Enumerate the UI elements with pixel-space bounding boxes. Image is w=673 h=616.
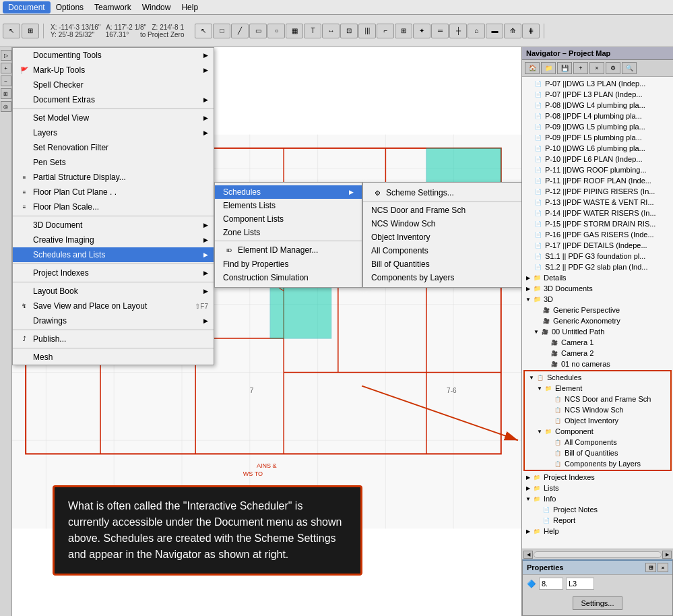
submenu-zone-lists[interactable]: Zone Lists — [215, 226, 362, 239]
menu-item-spell-checker[interactable]: Spell Checker — [13, 78, 214, 92]
left-tool-2[interactable]: + — [1, 63, 11, 73]
scheme-object-inventory[interactable]: Object Inventory — [363, 230, 521, 244]
menu-document[interactable]: Document — [3, 1, 51, 13]
prop-value-field[interactable] — [539, 578, 563, 590]
tool-column[interactable]: ┼ — [449, 24, 467, 38]
nav-p16[interactable]: 📄 P-16 ||PDF GAS RISERS (Inde... — [522, 229, 673, 240]
nav-project-notes[interactable]: 📄 Project Notes — [522, 504, 673, 515]
menu-teamwork[interactable]: Teamwork — [89, 1, 137, 13]
nav-p08b[interactable]: 📄 P-08 ||PDF L4 plumbing pla... — [522, 111, 673, 121]
nav-info[interactable]: ▼ 📁 Info — [522, 493, 673, 504]
scheme-components-layers[interactable]: Components by Layers — [363, 271, 521, 284]
prop-btn-close[interactable]: × — [658, 563, 668, 572]
tool-wall[interactable]: ||| — [358, 24, 376, 38]
nav-p09a[interactable]: 📄 P-09 ||DWG L5 plumbing pla... — [522, 121, 673, 132]
proj-idx-expand[interactable]: ▶ — [525, 474, 532, 481]
settings-button[interactable]: Settings... — [573, 596, 623, 610]
nav-p17[interactable]: 📄 P-17 ||PDF DETAILS (Indepe... — [522, 240, 673, 251]
nav-new-btn[interactable]: + — [573, 62, 588, 74]
nav-p07a[interactable]: 📄 P-07 ||DWG L3 PLAN (Indep... — [522, 78, 673, 89]
menu-item-drawings[interactable]: Drawings ▶ — [13, 313, 214, 328]
menu-item-schedules-lists[interactable]: Schedules and Lists ▶ — [13, 247, 214, 262]
nav-generic-perspective[interactable]: 🎥 Generic Perspective — [522, 305, 673, 315]
submenu-element-id[interactable]: ID Element ID Manager... — [215, 243, 362, 257]
untitled-expand[interactable]: ▼ — [533, 328, 540, 335]
nav-schedules[interactable]: ▼ 📋 Schedules — [525, 372, 670, 383]
menu-item-set-model-view[interactable]: Set Model View ▶ — [13, 111, 214, 125]
details-expand[interactable]: ▶ — [525, 274, 532, 281]
menu-item-mesh[interactable]: Mesh — [13, 350, 214, 365]
submenu-elements-lists[interactable]: Elements Lists — [215, 199, 362, 212]
nav-3d[interactable]: ▼ 📁 3D — [522, 294, 673, 305]
info-expand[interactable]: ▼ — [525, 495, 532, 502]
toolbar-btn-2[interactable]: ⊞ — [22, 24, 39, 38]
nav-p11b[interactable]: 📄 P-11 ||PDF ROOF PLAN (Inde... — [522, 175, 673, 186]
menu-window[interactable]: Window — [137, 1, 177, 13]
lists-expand[interactable]: ▶ — [525, 485, 532, 491]
tool-line[interactable]: ╱ — [231, 24, 249, 38]
left-tool-1[interactable]: ▷ — [1, 50, 11, 61]
nav-component-folder[interactable]: ▼ 📁 Component — [525, 426, 670, 437]
menu-item-layers[interactable]: Layers ▶ — [13, 125, 214, 140]
tool-arrow[interactable]: ↖ — [195, 24, 212, 38]
nav-components-by-layers[interactable]: 📋 Components by Layers — [525, 458, 670, 469]
scheme-settings-item[interactable]: ⚙ Scheme Settings... — [363, 185, 521, 200]
nav-save-btn[interactable]: 💾 — [557, 62, 572, 74]
tool-circle[interactable]: ○ — [267, 24, 285, 38]
tool-slab[interactable]: ▬ — [486, 24, 503, 38]
tool-select[interactable]: □ — [213, 24, 230, 38]
nav-details[interactable]: ▶ 📁 Details — [522, 272, 673, 283]
menu-item-project-indexes[interactable]: Project Indexes ▶ — [13, 266, 214, 280]
menu-help[interactable]: Help — [176, 1, 203, 13]
submenu-component-lists[interactable]: Component Lists — [215, 212, 362, 226]
scroll-left-btn[interactable]: ◀ — [523, 551, 533, 559]
nav-p15[interactable]: 📄 P-15 ||PDF STORM DRAIN RIS... — [522, 218, 673, 229]
nav-delete-btn[interactable]: × — [589, 62, 604, 74]
nav-3ddocs[interactable]: ▶ 📁 3D Documents — [522, 283, 673, 294]
menu-item-3d-document[interactable]: 3D Document ▶ — [13, 218, 214, 233]
prop-btn-1[interactable]: ⊞ — [645, 563, 656, 572]
nav-camera1[interactable]: 🎥 Camera 1 — [522, 337, 673, 348]
menu-item-floor-plan-cut[interactable]: ≡ Floor Plan Cut Plane . . — [13, 185, 214, 199]
nav-lists[interactable]: ▶ 📁 Lists — [522, 483, 673, 493]
menu-item-pen-sets[interactable]: Pen Sets — [13, 155, 214, 170]
nav-p13[interactable]: 📄 P-13 ||PDF WASTE & VENT RI... — [522, 197, 673, 208]
nav-s11[interactable]: 📄 S1.1 || PDF G3 foundation pl... — [522, 251, 673, 261]
nav-p09b[interactable]: 📄 P-09 ||PDF L5 plumbing pla... — [522, 132, 673, 143]
nav-object-inventory[interactable]: 📋 Object Inventory — [525, 415, 670, 426]
nav-project-indexes[interactable]: ▶ 📁 Project Indexes — [522, 472, 673, 483]
element-expand[interactable]: ▼ — [536, 385, 543, 392]
comp-expand[interactable]: ▼ — [536, 428, 543, 435]
nav-p14[interactable]: 📄 P-14 ||PDF WATER RISERS (In... — [522, 208, 673, 218]
nav-bill-quantities[interactable]: 📋 Bill of Quantities — [525, 448, 670, 458]
left-tool-4[interactable]: ⊞ — [1, 88, 11, 99]
nav-report[interactable]: 📄 Report — [522, 515, 673, 526]
menu-item-renovation-filter[interactable]: Set Renovation Filter — [13, 140, 214, 155]
left-tool-3[interactable]: − — [1, 75, 11, 86]
toolbar-btn-1[interactable]: ↖ — [3, 24, 20, 38]
menu-item-save-view[interactable]: ↯ Save View and Place on Layout ⇧F7 — [13, 299, 214, 313]
scheme-ncs-door[interactable]: NCS Door and Frame Sch — [363, 204, 521, 217]
menu-item-layout-book[interactable]: Layout Book ▶ — [13, 284, 214, 299]
3ddocs-expand[interactable]: ▶ — [525, 285, 532, 292]
menu-item-partial-structure[interactable]: ≡ Partial Structure Display... — [13, 170, 214, 185]
nav-folder-btn[interactable]: 📁 — [541, 62, 556, 74]
nav-untitled-path[interactable]: ▼ 🎥 00 Untitled Path — [522, 326, 673, 337]
menu-item-creative-imaging[interactable]: Creative Imaging ▶ — [13, 233, 214, 247]
scroll-right-btn[interactable]: ▶ — [662, 551, 672, 559]
tool-rect[interactable]: ▭ — [249, 24, 267, 38]
nav-no-cameras[interactable]: 🎥 01 no cameras — [522, 359, 673, 369]
scheme-all-components[interactable]: All Components — [363, 244, 521, 257]
menu-item-document-extras[interactable]: Document Extras ▶ — [13, 92, 214, 107]
nav-search-btn[interactable]: 🔍 — [622, 62, 637, 74]
menu-item-markup-tools[interactable]: 🚩 Mark-Up Tools ▶ — [13, 63, 214, 78]
nav-tree[interactable]: 📄 P-07 ||DWG L3 PLAN (Indep... 📄 P-07 ||… — [522, 77, 673, 549]
nav-settings-btn[interactable]: ⚙ — [606, 62, 620, 74]
nav-element-folder[interactable]: ▼ 📁 Element — [525, 383, 670, 394]
tool-window[interactable]: ⊞ — [395, 24, 412, 38]
menu-item-documenting-tools[interactable]: Documenting Tools ▶ — [13, 48, 214, 63]
tool-roof[interactable]: ⌂ — [468, 24, 485, 38]
submenu-construction-sim[interactable]: Construction Simulation — [215, 271, 362, 284]
menu-options[interactable]: Options — [51, 1, 89, 13]
prop-dropdown[interactable] — [566, 578, 594, 590]
